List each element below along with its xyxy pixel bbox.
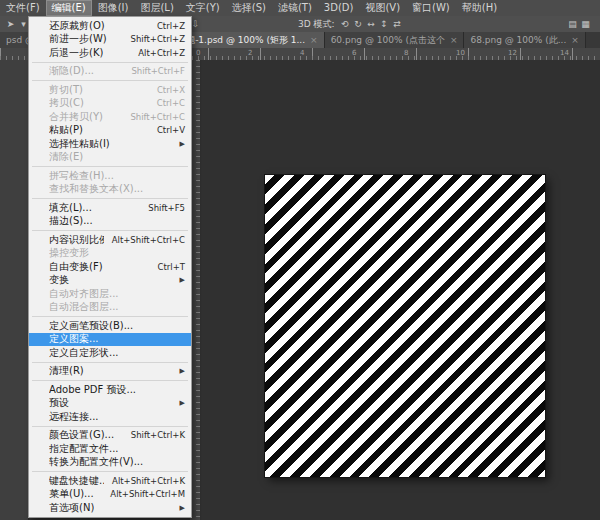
edit-menu-item[interactable]: 首选项(N)▶ bbox=[29, 501, 191, 515]
submenu-arrow-icon: ▶ bbox=[180, 399, 185, 407]
menu-item-shortcut: Ctrl+Z bbox=[149, 21, 185, 31]
edit-menu-item[interactable]: 操控变形 bbox=[29, 247, 191, 261]
ruler-number: 14 bbox=[560, 49, 569, 57]
close-tab-icon[interactable]: × bbox=[450, 35, 458, 45]
edit-menu-item[interactable]: 拷贝(C)Ctrl+C bbox=[29, 97, 191, 111]
edit-menu-item[interactable]: 选择性粘贴(I)▶ bbox=[29, 137, 191, 151]
menu-item-shortcut: Alt+Shift+Ctrl+K bbox=[104, 476, 185, 486]
menu-item-label: 后退一步(K) bbox=[49, 46, 103, 60]
menubar-item[interactable]: 文件(F) bbox=[0, 0, 46, 16]
menu-bar: 文件(F)编辑(E)图像(I)图层(L)文字(Y)选择(S)滤镜(T)3D(D)… bbox=[0, 0, 600, 17]
menu-item-shortcut: Ctrl+X bbox=[149, 85, 185, 95]
close-tab-icon[interactable]: × bbox=[571, 35, 579, 45]
edit-menu-item[interactable]: 描边(S)... bbox=[29, 215, 191, 229]
edit-menu-item[interactable]: 自由变换(F)Ctrl+T bbox=[29, 260, 191, 274]
edit-menu-item[interactable]: 自动混合图层... bbox=[29, 301, 191, 315]
edit-menu-item[interactable]: 查找和替换文本(X)... bbox=[29, 183, 191, 197]
ruler-number: 6 bbox=[352, 49, 356, 57]
edit-menu-item[interactable]: 定义自定形状... bbox=[29, 346, 191, 360]
menu-item-label: 定义画笔预设(B)... bbox=[49, 319, 133, 333]
menu-separator bbox=[32, 80, 188, 81]
menubar-item[interactable]: 选择(S) bbox=[226, 0, 272, 16]
edit-menu-item[interactable]: 填充(L)...Shift+F5 bbox=[29, 201, 191, 215]
document-canvas[interactable] bbox=[265, 175, 545, 477]
edit-menu-item[interactable]: 内容识别比例Alt+Shift+Ctrl+C bbox=[29, 233, 191, 247]
edit-menu-item[interactable]: 清理(R)▶ bbox=[29, 365, 191, 379]
ruler-number: 4 bbox=[300, 49, 304, 57]
edit-menu-item[interactable]: 颜色设置(G)...Shift+Ctrl+K bbox=[29, 429, 191, 443]
menu-item-shortcut: Shift+F5 bbox=[140, 203, 185, 213]
edit-menu-item[interactable]: 远程连接... bbox=[29, 410, 191, 424]
edit-menu-item[interactable]: 粘贴(P)Ctrl+V bbox=[29, 124, 191, 138]
menu-item-label: 选择性粘贴(I) bbox=[49, 137, 110, 151]
menubar-item[interactable]: 帮助(H) bbox=[456, 0, 503, 16]
menubar-item[interactable]: 文字(Y) bbox=[180, 0, 226, 16]
menubar-item[interactable]: 3D(D) bbox=[318, 0, 360, 16]
menubar-item[interactable]: 窗口(W) bbox=[406, 0, 456, 16]
menu-item-shortcut: Ctrl+C bbox=[149, 98, 185, 108]
menu-item-label: 变换 bbox=[49, 274, 69, 288]
edit-menu-item[interactable]: 合并拷贝(Y)Shift+Ctrl+C bbox=[29, 110, 191, 124]
edit-menu-item[interactable]: Adobe PDF 预设... bbox=[29, 383, 191, 397]
document-tab[interactable]: 60.png @ 100% (点击这个× bbox=[325, 32, 465, 48]
edit-menu-item[interactable]: 还原裁剪(O)Ctrl+Z bbox=[29, 19, 191, 33]
menu-separator bbox=[32, 426, 188, 427]
3d-slide-icon[interactable]: ↕ bbox=[378, 17, 391, 31]
menu-item-label: 拷贝(C) bbox=[49, 97, 84, 111]
menu-separator bbox=[32, 471, 188, 472]
edit-menu-item[interactable]: 转换为配置文件(V)... bbox=[29, 456, 191, 470]
3d-roll-icon[interactable]: ↻ bbox=[352, 17, 365, 31]
edit-menu-item[interactable]: 渐隐(D)...Shift+Ctrl+F bbox=[29, 65, 191, 79]
menu-item-shortcut: Shift+Ctrl+F bbox=[123, 66, 185, 76]
menu-item-label: 清理(R) bbox=[49, 365, 84, 379]
menu-item-shortcut: Shift+Ctrl+K bbox=[123, 430, 185, 440]
menubar-item[interactable]: 图层(L) bbox=[134, 0, 179, 16]
edit-menu-item[interactable]: 后退一步(K)Alt+Ctrl+Z bbox=[29, 46, 191, 60]
menubar-item[interactable]: 滤镜(T) bbox=[272, 0, 318, 16]
edit-menu-item[interactable]: 菜单(U)...Alt+Shift+Ctrl+M bbox=[29, 488, 191, 502]
submenu-arrow-icon: ▶ bbox=[180, 276, 185, 284]
edit-menu-item[interactable]: 定义图案... bbox=[29, 333, 191, 347]
menubar-item[interactable]: 编辑(E) bbox=[46, 0, 92, 16]
edit-menu-item[interactable]: 预设▶ bbox=[29, 397, 191, 411]
3d-pan-icon[interactable]: ↔ bbox=[365, 17, 378, 31]
menu-item-label: 自由变换(F) bbox=[49, 260, 103, 274]
menubar-item[interactable]: 图像(I) bbox=[92, 0, 135, 16]
menu-item-label: 描边(S)... bbox=[49, 215, 93, 229]
menu-item-shortcut: Ctrl+V bbox=[149, 125, 185, 135]
panel-toggle-icon[interactable]: ▦ bbox=[579, 17, 592, 31]
options-3d-mode-group: ⟲↻↔↕⇄ bbox=[339, 17, 404, 31]
submenu-arrow-icon: ▶ bbox=[180, 367, 185, 375]
menu-item-label: 还原裁剪(O) bbox=[49, 19, 105, 33]
menu-item-label: 键盘快捷键... bbox=[49, 474, 104, 488]
edit-menu-item[interactable]: 拼写检查(H)... bbox=[29, 169, 191, 183]
menubar-item[interactable]: 视图(V) bbox=[359, 0, 406, 16]
3d-mode-label: 3D 模式: bbox=[298, 18, 335, 31]
menu-item-label: 菜单(U)... bbox=[49, 488, 94, 502]
menu-item-label: 自动混合图层... bbox=[49, 301, 119, 315]
3d-scale-icon[interactable]: ⇄ bbox=[391, 17, 404, 31]
tab-label: 68.png @ 100% (此... bbox=[470, 34, 566, 47]
edit-menu-item[interactable]: 指定配置文件... bbox=[29, 442, 191, 456]
menu-item-label: 远程连接... bbox=[49, 410, 99, 424]
menu-separator bbox=[32, 166, 188, 167]
edit-menu-item[interactable]: 变换▶ bbox=[29, 274, 191, 288]
options-right-group: ▤▦ bbox=[566, 17, 592, 31]
menu-item-label: 定义自定形状... bbox=[49, 346, 119, 360]
document-tab[interactable]: 68.png @ 100% (此...× bbox=[464, 32, 585, 48]
close-tab-icon[interactable]: × bbox=[310, 35, 318, 45]
ruler-number: 10 bbox=[456, 49, 465, 57]
edit-menu-item[interactable]: 前进一步(W)Shift+Ctrl+Z bbox=[29, 33, 191, 47]
edit-menu-item[interactable]: 键盘快捷键...Alt+Shift+Ctrl+K bbox=[29, 474, 191, 488]
edit-menu-item[interactable]: 自动对齐图层... bbox=[29, 287, 191, 301]
menu-separator bbox=[32, 316, 188, 317]
edit-menu-item[interactable]: 剪切(T)Ctrl+X bbox=[29, 83, 191, 97]
menu-item-label: 粘贴(P) bbox=[49, 124, 83, 138]
move-tool-icon[interactable]: ➤ bbox=[4, 17, 17, 31]
workspace-toggle-icon[interactable]: ▤ bbox=[566, 17, 579, 31]
menu-separator bbox=[32, 362, 188, 363]
edit-menu-item[interactable]: 清除(E) bbox=[29, 151, 191, 165]
3d-rotate-icon[interactable]: ⟲ bbox=[339, 17, 352, 31]
edit-menu-item[interactable]: 定义画笔预设(B)... bbox=[29, 319, 191, 333]
menu-item-shortcut: Alt+Ctrl+Z bbox=[130, 48, 185, 58]
